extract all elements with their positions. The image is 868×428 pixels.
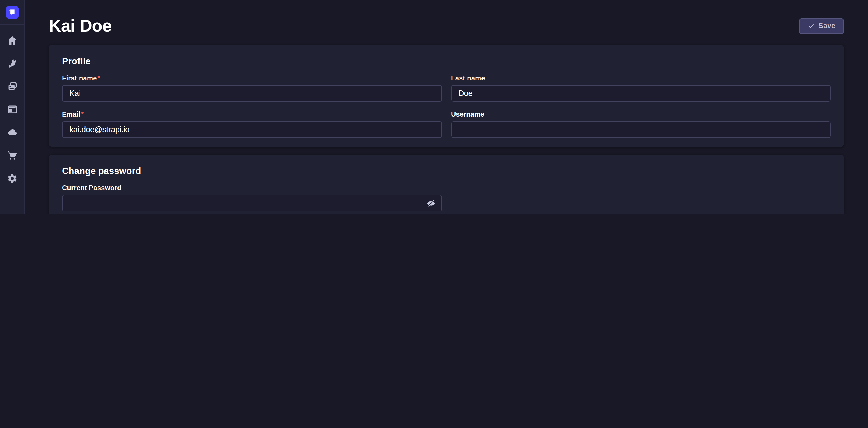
eye-slash-icon [426,199,435,208]
current-password-field: Current Password [62,184,442,211]
change-password-fields-grid: Current Password [62,184,831,214]
sidebar: KD [0,0,25,214]
cart-icon [7,150,18,161]
cloud-icon [7,127,18,138]
sidebar-item-content-manager[interactable] [5,56,20,71]
current-password-input-wrap [62,195,442,211]
toggle-password-visibility-button[interactable] [425,197,437,209]
feather-icon [7,58,18,69]
grid-spacer [451,184,831,211]
sidebar-item-content-type-builder[interactable] [5,102,20,117]
layout-icon [7,104,18,115]
check-icon [808,22,815,29]
first-name-field: First name* [62,74,442,102]
profile-section-title: Profile [62,56,831,67]
page-title: Kai Doe [49,16,112,36]
sidebar-nav [5,25,20,186]
username-field: Username [451,110,831,138]
save-button[interactable]: Save [799,18,844,34]
profile-card: Profile First name* Last name E [49,45,844,147]
profile-fields-grid: First name* Last name Email* [62,74,831,138]
sidebar-item-home[interactable] [5,33,20,48]
strapi-admin-app: KD Kai Doe Save Profile First name* [0,0,868,214]
main-content: Kai Doe Save Profile First name* [25,0,868,214]
last-name-field: Last name [451,74,831,102]
sidebar-item-media-library[interactable] [5,79,20,94]
current-password-input[interactable] [62,195,442,211]
required-asterisk: * [97,74,100,82]
logo-container [0,0,24,25]
change-password-card: Change password Current Password [49,154,844,214]
email-label: Email* [62,110,442,119]
username-input[interactable] [451,121,831,138]
home-icon [7,35,18,46]
first-name-input[interactable] [62,85,442,102]
username-label: Username [451,110,831,119]
required-asterisk: * [81,110,84,118]
page-header: Kai Doe Save [25,0,868,45]
media-library-icon [7,81,18,92]
first-name-label: First name* [62,74,442,83]
last-name-input[interactable] [451,85,831,102]
email-field: Email* [62,110,442,138]
sidebar-item-deploy[interactable] [5,125,20,140]
strapi-logo-icon[interactable] [5,6,19,19]
gear-icon [7,173,18,183]
change-password-section-title: Change password [62,166,831,176]
current-password-label: Current Password [62,184,442,193]
save-button-label: Save [818,22,835,30]
email-input[interactable] [62,121,442,138]
sidebar-item-marketplace[interactable] [5,148,20,163]
sidebar-item-settings[interactable] [5,171,20,186]
last-name-label: Last name [451,74,831,83]
cards-container: Profile First name* Last name E [25,45,868,214]
